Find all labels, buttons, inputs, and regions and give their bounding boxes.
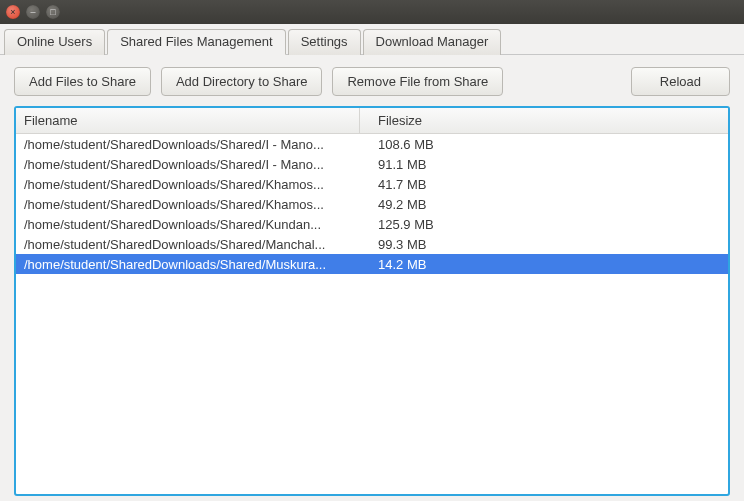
cell-filename: /home/student/SharedDownloads/Shared/Kun… [16, 217, 360, 232]
cell-filesize: 99.3 MB [360, 237, 728, 252]
cell-filename: /home/student/SharedDownloads/Shared/I -… [16, 137, 360, 152]
minimize-icon[interactable]: – [26, 5, 40, 19]
cell-filename: /home/student/SharedDownloads/Shared/Kha… [16, 177, 360, 192]
tab-bar: Online Users Shared Files Management Set… [0, 24, 744, 55]
table-rows: /home/student/SharedDownloads/Shared/I -… [16, 134, 728, 494]
table-row[interactable]: /home/student/SharedDownloads/Shared/I -… [16, 154, 728, 174]
maximize-icon[interactable]: □ [46, 5, 60, 19]
toolbar: Add Files to Share Add Directory to Shar… [0, 55, 744, 106]
column-header-filename[interactable]: Filename [16, 108, 360, 133]
cell-filename: /home/student/SharedDownloads/Shared/Mus… [16, 257, 360, 272]
table-row[interactable]: /home/student/SharedDownloads/Shared/Mus… [16, 254, 728, 274]
cell-filename: /home/student/SharedDownloads/Shared/Man… [16, 237, 360, 252]
table-row[interactable]: /home/student/SharedDownloads/Shared/Kha… [16, 174, 728, 194]
add-directory-button[interactable]: Add Directory to Share [161, 67, 323, 96]
table-row[interactable]: /home/student/SharedDownloads/Shared/Man… [16, 234, 728, 254]
cell-filename: /home/student/SharedDownloads/Shared/I -… [16, 157, 360, 172]
cell-filesize: 108.6 MB [360, 137, 728, 152]
cell-filesize: 125.9 MB [360, 217, 728, 232]
tab-shared-files[interactable]: Shared Files Management [107, 29, 285, 55]
cell-filename: /home/student/SharedDownloads/Shared/Kha… [16, 197, 360, 212]
table-header: Filename Filesize [16, 108, 728, 134]
tab-online-users[interactable]: Online Users [4, 29, 105, 55]
titlebar: × – □ [0, 0, 744, 24]
cell-filesize: 91.1 MB [360, 157, 728, 172]
tab-download-manager[interactable]: Download Manager [363, 29, 502, 55]
reload-button[interactable]: Reload [631, 67, 730, 96]
close-icon[interactable]: × [6, 5, 20, 19]
tab-settings[interactable]: Settings [288, 29, 361, 55]
table-row[interactable]: /home/student/SharedDownloads/Shared/Kha… [16, 194, 728, 214]
add-files-button[interactable]: Add Files to Share [14, 67, 151, 96]
shared-files-table: Filename Filesize /home/student/SharedDo… [14, 106, 730, 496]
remove-file-button[interactable]: Remove File from Share [332, 67, 503, 96]
cell-filesize: 49.2 MB [360, 197, 728, 212]
column-header-filesize[interactable]: Filesize [360, 108, 728, 133]
cell-filesize: 14.2 MB [360, 257, 728, 272]
cell-filesize: 41.7 MB [360, 177, 728, 192]
window-content: Online Users Shared Files Management Set… [0, 24, 744, 496]
table-row[interactable]: /home/student/SharedDownloads/Shared/Kun… [16, 214, 728, 234]
table-row[interactable]: /home/student/SharedDownloads/Shared/I -… [16, 134, 728, 154]
